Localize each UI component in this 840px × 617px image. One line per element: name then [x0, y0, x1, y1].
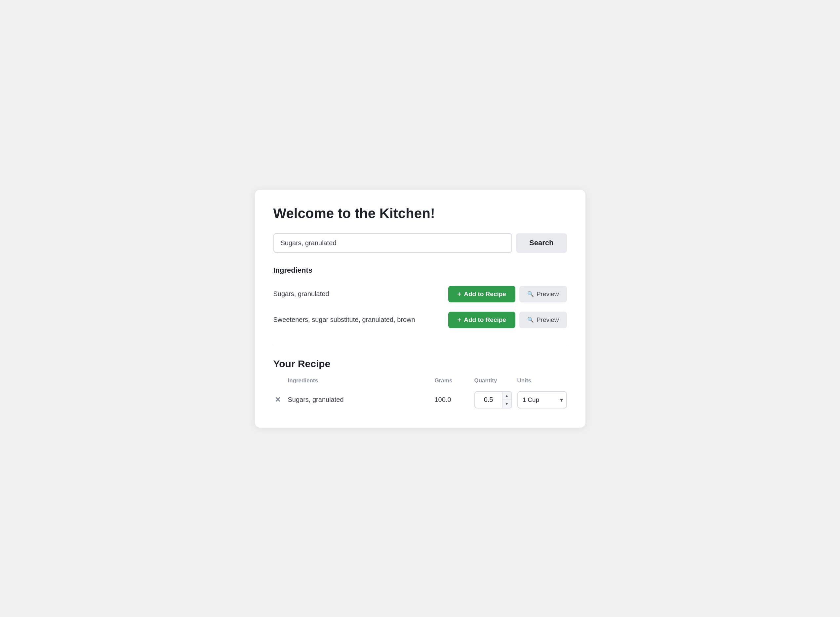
search-row: Search — [273, 233, 567, 253]
recipe-section-title: Your Recipe — [273, 358, 567, 369]
close-icon: ✕ — [275, 396, 280, 404]
quantity-increase-button[interactable]: ▲ — [502, 392, 511, 400]
units-cell: 1 Cup 1 Tbsp 1 Tsp 100g 1 oz — [512, 388, 567, 412]
ingredient-list-item: Sugars, granulated + Add to Recipe 🔍 Pre… — [273, 281, 567, 307]
search-icon: 🔍 — [527, 317, 534, 323]
quantity-spinners: ▲ ▼ — [502, 392, 511, 408]
divider — [273, 346, 567, 346]
plus-icon: + — [458, 291, 462, 297]
preview-label-2: Preview — [536, 316, 559, 323]
preview-label-1: Preview — [536, 291, 559, 298]
preview-button-1[interactable]: 🔍 Preview — [519, 286, 567, 303]
delete-cell: ✕ — [273, 388, 288, 412]
quantity-stepper: 0.5 ▲ ▼ — [474, 391, 512, 409]
recipe-grams: 100.0 — [430, 388, 469, 412]
search-button[interactable]: Search — [516, 233, 567, 253]
col-header-ingredients: Ingredients — [288, 377, 430, 388]
recipe-ingredient-name: Sugars, granulated — [288, 388, 430, 412]
col-header-units: Units — [512, 377, 567, 388]
main-card: Welcome to the Kitchen! Search Ingredien… — [255, 190, 585, 428]
units-select[interactable]: 1 Cup 1 Tbsp 1 Tsp 100g 1 oz — [517, 391, 567, 409]
ingredient-actions: + Add to Recipe 🔍 Preview — [448, 286, 567, 303]
ingredient-list-item: Sweeteners, sugar substitute, granulated… — [273, 307, 567, 333]
add-to-recipe-label-1: Add to Recipe — [464, 291, 506, 298]
search-icon: 🔍 — [527, 291, 534, 297]
plus-icon: + — [458, 317, 462, 323]
quantity-cell: 0.5 ▲ ▼ — [469, 388, 512, 412]
col-header-grams: Grams — [430, 377, 469, 388]
ingredient-actions: + Add to Recipe 🔍 Preview — [448, 311, 567, 328]
quantity-decrease-button[interactable]: ▼ — [502, 400, 511, 408]
delete-ingredient-button[interactable]: ✕ — [273, 394, 282, 406]
add-to-recipe-button-1[interactable]: + Add to Recipe — [448, 286, 515, 303]
recipe-table: Ingredients Grams Quantity Units ✕ Sugar… — [273, 377, 567, 412]
col-header-quantity: Quantity — [469, 377, 512, 388]
preview-button-2[interactable]: 🔍 Preview — [519, 311, 567, 328]
col-header-delete — [273, 377, 288, 388]
search-input[interactable] — [273, 233, 512, 253]
ingredient-name: Sugars, granulated — [273, 290, 448, 298]
ingredients-section: Ingredients Sugars, granulated + Add to … — [273, 266, 567, 333]
quantity-value: 0.5 — [475, 396, 502, 403]
ingredient-name: Sweeteners, sugar substitute, granulated… — [273, 316, 448, 323]
recipe-section: Your Recipe Ingredients Grams Quantity U… — [273, 358, 567, 412]
add-to-recipe-label-2: Add to Recipe — [464, 316, 506, 323]
ingredients-section-title: Ingredients — [273, 266, 567, 275]
units-select-wrapper: 1 Cup 1 Tbsp 1 Tsp 100g 1 oz — [517, 391, 567, 409]
table-row: ✕ Sugars, granulated 100.0 0.5 ▲ ▼ — [273, 388, 567, 412]
page-title: Welcome to the Kitchen! — [273, 205, 567, 221]
add-to-recipe-button-2[interactable]: + Add to Recipe — [448, 311, 515, 328]
